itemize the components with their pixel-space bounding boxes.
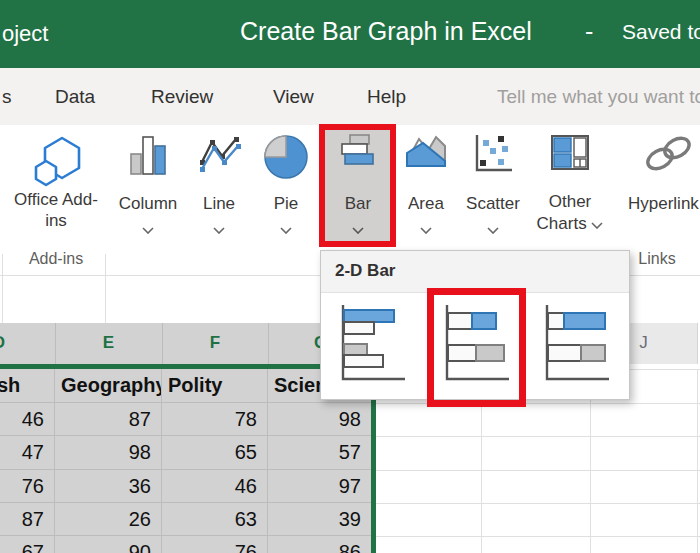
column-e-cells: Geography 87 98 36 26 90: [55, 369, 162, 553]
chevron-down-icon: [280, 227, 292, 234]
cell[interactable]: 47: [0, 436, 55, 470]
tab-help[interactable]: Help: [367, 86, 406, 108]
cell[interactable]: 98: [55, 436, 162, 470]
cell-subject-geography[interactable]: Geography: [55, 369, 162, 403]
ribbon-tab-bar: s Data Review View Help Tell me what you…: [0, 68, 700, 125]
chevron-down-icon: [420, 227, 432, 234]
bar-option-clustered[interactable]: [329, 297, 415, 395]
title-bar: oject Create Bar Graph in Excel - Saved …: [0, 0, 700, 68]
pie-label: Pie: [252, 193, 320, 214]
cell-subject-english[interactable]: English: [0, 369, 55, 403]
cell[interactable]: 46: [162, 470, 268, 503]
area-chart-button[interactable]: Area: [398, 127, 454, 245]
gridline: [268, 323, 269, 364]
cell[interactable]: 76: [0, 470, 55, 503]
tab-review[interactable]: Review: [151, 86, 213, 108]
annotation-highlight-bar-button: [319, 124, 396, 247]
gridline: [376, 436, 700, 437]
hyperlink-label: Hyperlink: [628, 193, 699, 214]
links-group-label: Links: [622, 250, 692, 268]
column-d-cells: English 46 47 76 87 67: [0, 369, 55, 553]
office-addins-button[interactable]: Office Add-ins: [8, 127, 104, 245]
cell[interactable]: 97: [268, 470, 371, 503]
bar-option-100-stacked[interactable]: [533, 297, 619, 395]
cell[interactable]: 67: [0, 536, 55, 553]
column-chart-icon: [128, 133, 168, 177]
gridline: [376, 536, 700, 537]
other-charts-button[interactable]: Other Charts: [530, 127, 610, 245]
pie-chart-button[interactable]: Pie: [252, 127, 320, 245]
cell-subject-polity[interactable]: Polity: [162, 369, 268, 403]
selection-border-bottom-of-headers: [0, 364, 373, 369]
column-f-cells: Polity 78 65 46 63 76: [162, 369, 268, 553]
area-label: Area: [398, 193, 454, 214]
cell[interactable]: 36: [55, 470, 162, 503]
gridline: [697, 369, 698, 553]
other-charts-label-text: Other Charts: [537, 192, 592, 233]
hexagons-addin-icon: [26, 133, 86, 189]
cell[interactable]: 76: [162, 536, 268, 553]
scatter-chart-icon: [471, 133, 515, 175]
cell[interactable]: 87: [55, 403, 162, 436]
cell[interactable]: 90: [55, 536, 162, 553]
cell[interactable]: 87: [0, 503, 55, 536]
line-chart-button[interactable]: Line: [188, 127, 250, 245]
clustered-bar-icon: [337, 303, 407, 387]
cell[interactable]: 63: [162, 503, 268, 536]
column-header-f[interactable]: F: [162, 333, 268, 353]
document-name-fragment: oject: [2, 21, 48, 47]
other-charts-label: Other Charts: [530, 191, 610, 235]
scatter-label: Scatter: [456, 193, 530, 214]
column-label: Column: [112, 193, 184, 214]
cell[interactable]: 86: [268, 536, 371, 553]
gridline: [55, 323, 56, 364]
tab-data[interactable]: Data: [55, 86, 95, 108]
window-title: Create Bar Graph in Excel: [240, 17, 532, 46]
hyperlink-button[interactable]: Hyperlink: [620, 127, 700, 245]
cell[interactable]: 39: [268, 503, 371, 536]
save-status: Saved to: [622, 20, 700, 44]
chevron-down-icon: [213, 227, 225, 234]
gridline: [376, 503, 700, 504]
cell[interactable]: 26: [55, 503, 162, 536]
chevron-down-icon: [142, 227, 154, 234]
line-chart-icon: [197, 133, 241, 175]
column-chart-button[interactable]: Column: [112, 127, 184, 245]
other-charts-icon: [549, 133, 591, 173]
pie-chart-icon: [261, 133, 311, 181]
gridline: [376, 470, 700, 471]
tab-view[interactable]: View: [273, 86, 314, 108]
column-header-e[interactable]: E: [55, 333, 162, 353]
line-label: Line: [188, 193, 250, 214]
tell-me-search[interactable]: Tell me what you want to do: [497, 86, 700, 108]
cell[interactable]: 65: [162, 436, 268, 470]
hyperlink-chain-icon: [642, 133, 696, 175]
chevron-down-icon: [591, 222, 603, 229]
gridline: [376, 403, 700, 404]
dropdown-header-text: 2-D Bar: [335, 261, 395, 281]
gridline: [162, 323, 163, 364]
annotation-highlight-stacked-bar-option: [427, 288, 526, 407]
cell[interactable]: 98: [268, 403, 371, 436]
dropdown-header: 2-D Bar: [321, 251, 629, 293]
addins-group-label: Add-ins: [8, 250, 104, 268]
column-header-d[interactable]: D: [0, 333, 29, 353]
chevron-down-icon: [487, 227, 499, 234]
gridline: [697, 323, 698, 364]
scatter-chart-button[interactable]: Scatter: [456, 127, 530, 245]
cell[interactable]: 46: [0, 403, 55, 436]
cell[interactable]: 78: [162, 403, 268, 436]
tab-formulas-partial[interactable]: s: [2, 86, 12, 108]
excel-window: oject Create Bar Graph in Excel - Saved …: [0, 0, 700, 553]
office-addins-label: Office Add-ins: [8, 189, 104, 231]
title-separator: -: [585, 17, 593, 46]
100-stacked-bar-icon: [541, 303, 611, 387]
cell[interactable]: 57: [268, 436, 371, 470]
area-chart-icon: [404, 133, 448, 173]
